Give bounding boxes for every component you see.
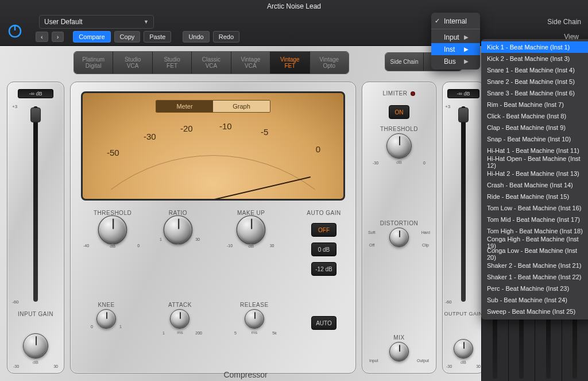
power-button[interactable] xyxy=(5,21,25,40)
menu-label: Internal xyxy=(444,17,467,25)
menu-input[interactable]: Input▶ xyxy=(431,31,480,43)
output-knob-min: -30 xyxy=(446,364,452,368)
limiter-threshold-unit: dB xyxy=(396,160,402,165)
distortion-knob[interactable] xyxy=(389,228,409,247)
compare-button[interactable]: Compare xyxy=(73,31,110,43)
vu-scale: 0 xyxy=(316,144,320,154)
makeup-max: 30 xyxy=(270,244,274,248)
model-tab-studio-fet[interactable]: StudioFET xyxy=(153,52,192,74)
submenu-item[interactable]: Hi-Hat 2 - Beat Machine (Inst 13) xyxy=(481,168,588,179)
mix-knob[interactable] xyxy=(389,342,409,361)
output-slider[interactable] xyxy=(458,107,469,122)
submenu-item[interactable]: Snare 1 - Beat Machine (Inst 4) xyxy=(481,64,588,76)
vu-scale: -30 xyxy=(144,132,156,141)
submenu-item[interactable]: Tom Mid - Beat Machine (Inst 17) xyxy=(481,214,588,225)
output-unit: dB xyxy=(461,360,466,365)
limiter-threshold-knob[interactable] xyxy=(386,133,412,159)
nav-forward-button[interactable]: › xyxy=(52,32,64,42)
submenu-item[interactable]: Rim - Beat Machine (Inst 7) xyxy=(481,99,588,110)
output-panel: -∞ dB +3 -60 OUTPUT GAIN dB -30 30 xyxy=(442,82,485,374)
submenu-item[interactable]: Sub - Beat Machine (Inst 24) xyxy=(481,294,588,306)
model-tab-platinum-digital[interactable]: PlatinumDigital xyxy=(74,52,113,74)
dist-clip: Clip xyxy=(422,243,429,247)
output-gain-knob[interactable] xyxy=(454,339,473,359)
attack-label: ATTACK xyxy=(168,302,192,308)
submenu-item[interactable]: Conga Low - Beat Machine (Inst 20) xyxy=(481,248,588,260)
autogain-off-button[interactable]: OFF xyxy=(311,223,336,237)
submenu-item[interactable]: Tom High - Beat Machine (Inst 18) xyxy=(481,225,588,237)
copy-button[interactable]: Copy xyxy=(114,31,141,43)
submenu-item[interactable]: Shaker 2 - Beat Machine (Inst 21) xyxy=(481,260,588,271)
input-slider[interactable] xyxy=(30,107,41,122)
limiter-led-icon xyxy=(411,91,415,96)
limiter-panel: LIMITER ON THRESHOLD dB -30 0 DISTORTION… xyxy=(362,82,436,374)
submenu-item[interactable]: Snare 3 - Beat Machine (Inst 6) xyxy=(481,87,588,99)
release-knob[interactable] xyxy=(245,309,264,329)
attack-knob[interactable] xyxy=(170,309,189,329)
submenu-item[interactable]: Snare 2 - Beat Machine (Inst 5) xyxy=(481,76,588,87)
submenu-item[interactable]: Hi-Hat 1 - Beat Machine (Inst 11) xyxy=(481,145,588,156)
threshold-knob[interactable] xyxy=(98,215,127,245)
submenu-item[interactable]: Tom Low - Beat Machine (Inst 16) xyxy=(481,202,588,214)
submenu-item[interactable]: Crash - Beat Machine (Inst 14) xyxy=(481,179,588,191)
model-tab-vintage-opto[interactable]: VintageOpto xyxy=(310,52,349,74)
output-knob-max: 30 xyxy=(476,364,481,368)
attack-min: 1 xyxy=(163,331,165,335)
model-tab-classic-vca[interactable]: ClassicVCA xyxy=(192,52,231,74)
menu-bus[interactable]: Bus▶ xyxy=(431,55,480,67)
dist-soft: Soft xyxy=(368,230,375,234)
limiter-on-button[interactable]: ON xyxy=(389,105,409,119)
menu-inst[interactable]: Inst▶ xyxy=(431,43,480,55)
knee-max: 1 xyxy=(119,325,122,329)
sidechain-label: Side Chain xyxy=(547,18,581,26)
release-min: 5 xyxy=(234,331,237,335)
ratio-max: 30 xyxy=(195,237,200,241)
submenu-item[interactable]: Hi-Hat Open - Beat Machine (Inst 12) xyxy=(481,156,588,168)
menu-internal[interactable]: ✓ Internal xyxy=(431,15,480,27)
vu-meter: Meter Graph -50 -30 -20 -10 -5 0 xyxy=(81,91,345,201)
model-tab-vintage-fet[interactable]: VintageFET xyxy=(270,52,310,74)
autogain-0db-button[interactable]: 0 dB xyxy=(311,243,336,256)
input-title: INPUT GAIN xyxy=(7,311,64,317)
vu-scale: -10 xyxy=(219,121,232,131)
submenu-item[interactable]: Conga High - Beat Machine (Inst 19) xyxy=(481,237,588,248)
chevron-right-icon: ▶ xyxy=(464,46,469,52)
preset-select[interactable]: User Default ▼ xyxy=(39,15,154,29)
input-display: -∞ dB xyxy=(18,89,53,98)
submenu-item[interactable]: Click - Beat Machine (Inst 8) xyxy=(481,110,588,122)
ratio-knob[interactable] xyxy=(164,215,193,245)
autogain-label: AUTO GAIN xyxy=(307,210,341,216)
submenu-item[interactable]: Ride - Beat Machine (Inst 15) xyxy=(481,191,588,202)
paste-button[interactable]: Paste xyxy=(144,31,171,43)
redo-button[interactable]: Redo xyxy=(213,31,239,43)
submenu-item[interactable]: Kick 2 - Beat Machine (Inst 3) xyxy=(481,53,588,64)
menu-label: Bus xyxy=(444,57,456,66)
window-title: Arctic Noise Lead xyxy=(0,0,588,13)
input-gain-knob[interactable] xyxy=(23,333,48,359)
knee-knob[interactable] xyxy=(96,309,116,329)
mix-output: Output xyxy=(417,359,429,363)
tab-sidechain[interactable]: Side Chain xyxy=(385,53,424,71)
submenu-item[interactable]: Kick 1 - Beat Machine (Inst 1) xyxy=(481,41,588,53)
submenu-item[interactable]: Sweep - Beat Machine (Inst 25) xyxy=(481,306,588,317)
model-tab-studio-vca[interactable]: StudioVCA xyxy=(113,52,152,74)
input-scale-bottom: -60 xyxy=(12,299,19,305)
submenu-item[interactable]: Perc - Beat Machine (Inst 23) xyxy=(481,283,588,294)
autogain-neg12-button[interactable]: -12 dB xyxy=(311,262,336,276)
check-icon: ✓ xyxy=(435,17,440,25)
power-icon xyxy=(6,22,24,39)
preset-name: User Default xyxy=(44,18,83,26)
model-tab-vintage-vca[interactable]: VintageVCA xyxy=(231,52,270,74)
release-auto-button[interactable]: AUTO xyxy=(311,316,336,330)
threshold-min: -40 xyxy=(83,244,89,248)
attack-max: 200 xyxy=(195,331,202,335)
undo-button[interactable]: Undo xyxy=(183,31,209,43)
submenu-item[interactable]: Shaker 1 - Beat Machine (Inst 22) xyxy=(481,271,588,283)
submenu-item[interactable]: Snap - Beat Machine (Inst 10) xyxy=(481,133,588,145)
menu-label: Inst xyxy=(444,45,455,53)
makeup-unit: dB xyxy=(248,244,254,249)
nav-back-button[interactable]: ‹ xyxy=(36,32,48,42)
submenu-item[interactable]: Clap - Beat Machine (Inst 9) xyxy=(481,122,588,133)
makeup-knob[interactable] xyxy=(237,215,266,245)
chevron-right-icon: ▶ xyxy=(464,58,469,64)
